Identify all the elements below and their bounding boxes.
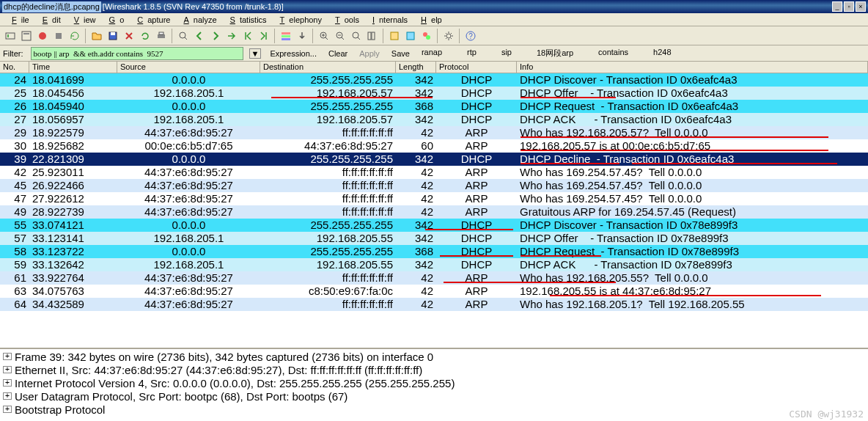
- capture-filters-button[interactable]: [387, 29, 402, 43]
- filter-plugin-sip[interactable]: sip: [499, 48, 515, 59]
- coloring-rules-button[interactable]: [419, 29, 434, 43]
- expand-icon[interactable]: +: [3, 392, 12, 400]
- column-headers: No. Time Source Destination Length Proto…: [0, 62, 868, 73]
- filter-plugin-rtp[interactable]: rtp: [464, 48, 479, 59]
- packet-row[interactable]: 5533.0741210.0.0.0255.255.255.255342DHCP…: [0, 219, 868, 232]
- find-button[interactable]: [176, 29, 191, 43]
- go-first-button[interactable]: [240, 29, 255, 43]
- detail-row[interactable]: +Internet Protocol Version 4, Src: 0.0.0…: [3, 377, 865, 390]
- save-button[interactable]: [106, 29, 120, 43]
- filter-label: Filter:: [3, 49, 23, 58]
- packet-row[interactable]: 3018.92568200:0e:c6:b5:d7:6544:37:e6:8d:…: [0, 139, 868, 153]
- packet-row[interactable]: 4928.92273944:37:e6:8d:95:27ff:ff:ff:ff:…: [0, 205, 868, 219]
- packet-row[interactable]: 6133.92276444:37:e6:8d:95:27ff:ff:ff:ff:…: [0, 271, 868, 285]
- toolbar-separator: [383, 29, 384, 43]
- auto-scroll-button[interactable]: [295, 29, 309, 43]
- help-button[interactable]: ?: [463, 29, 478, 43]
- print-button[interactable]: [154, 29, 169, 43]
- svg-point-22: [426, 35, 430, 40]
- detail-row[interactable]: +Bootstrap Protocol: [3, 403, 865, 417]
- detail-row[interactable]: +Frame 39: 342 bytes on wire (2736 bits)…: [3, 351, 865, 364]
- close-button[interactable]: ×: [856, 1, 866, 12]
- packet-row[interactable]: 5733.123141192.168.205.1192.168.205.5534…: [0, 232, 868, 245]
- preferences-button[interactable]: [441, 29, 456, 43]
- col-no[interactable]: No.: [0, 62, 29, 73]
- packet-row[interactable]: 5833.1237220.0.0.0255.255.255.255368DHCP…: [0, 245, 868, 258]
- reload-button[interactable]: [138, 29, 152, 43]
- filter-input[interactable]: [31, 47, 243, 60]
- packet-row[interactable]: 2418.0416990.0.0.0255.255.255.255342DHCP…: [0, 73, 868, 87]
- close-file-button[interactable]: [122, 29, 136, 43]
- expand-icon[interactable]: +: [3, 406, 12, 413]
- filter-plugin-contains[interactable]: contains: [595, 48, 631, 59]
- packet-row[interactable]: 4727.92261244:37:e6:8d:95:27ff:ff:ff:ff:…: [0, 192, 868, 205]
- go-back-button[interactable]: [192, 29, 207, 43]
- menu-internals[interactable]: Internals: [364, 14, 412, 26]
- save-filter-button[interactable]: Save: [389, 49, 413, 58]
- svg-rect-9: [159, 32, 163, 34]
- menu-telephony[interactable]: Telephony: [271, 14, 326, 26]
- packet-row[interactable]: 4225.92301144:37:e6:8d:95:27ff:ff:ff:ff:…: [0, 166, 868, 179]
- filter-plugin-h248[interactable]: h248: [650, 48, 674, 59]
- go-forward-button[interactable]: [208, 29, 223, 43]
- filter-plugin-18网段arp[interactable]: 18网段arp: [534, 48, 576, 59]
- options-button[interactable]: [19, 29, 34, 43]
- go-to-button[interactable]: [224, 29, 239, 43]
- menu-capture[interactable]: Capture: [128, 14, 174, 26]
- filter-dropdown[interactable]: ▼: [249, 48, 262, 59]
- col-protocol[interactable]: Protocol: [436, 62, 517, 73]
- menu-help[interactable]: Help: [412, 14, 446, 26]
- minimize-button[interactable]: _: [832, 1, 842, 12]
- detail-row[interactable]: +Ethernet II, Src: 44:37:e6:8d:95:27 (44…: [3, 364, 865, 377]
- packet-row[interactable]: 3922.8213090.0.0.0255.255.255.255342DHCP…: [0, 153, 868, 166]
- menu-statistics[interactable]: Statistics: [221, 14, 271, 26]
- open-button[interactable]: [89, 29, 104, 43]
- resize-columns-button[interactable]: [365, 29, 380, 43]
- svg-rect-11: [282, 32, 290, 34]
- menu-edit[interactable]: Edit: [34, 14, 65, 26]
- menu-file[interactable]: File: [3, 14, 34, 26]
- start-capture-button[interactable]: [35, 29, 50, 43]
- svg-rect-13: [282, 38, 290, 40]
- zoom-out-button[interactable]: [333, 29, 347, 43]
- svg-rect-3: [23, 33, 29, 34]
- display-filters-button[interactable]: [403, 29, 418, 43]
- menu-go[interactable]: Go: [100, 14, 129, 26]
- expand-icon[interactable]: +: [3, 379, 12, 387]
- menu-view[interactable]: View: [65, 14, 100, 26]
- menu-analyze[interactable]: Analyze: [174, 14, 221, 26]
- col-time[interactable]: Time: [29, 62, 117, 73]
- expression-button[interactable]: Expression...: [267, 49, 320, 58]
- packet-row[interactable]: 2718.056957192.168.205.1192.168.205.5734…: [0, 113, 868, 126]
- interfaces-button[interactable]: [3, 29, 18, 43]
- expand-icon[interactable]: +: [3, 353, 12, 360]
- filter-plugin-ranap[interactable]: ranap: [419, 48, 445, 59]
- restart-capture-button[interactable]: [67, 29, 82, 43]
- packet-row[interactable]: 2618.0459400.0.0.0255.255.255.255368DHCP…: [0, 100, 868, 113]
- packet-row[interactable]: 6334.07576344:37:e6:8d:95:27c8:50:e9:67:…: [0, 285, 868, 298]
- detail-row[interactable]: +User Datagram Protocol, Src Port: bootp…: [3, 390, 865, 403]
- maximize-button[interactable]: ▫: [844, 1, 854, 12]
- menu-tools[interactable]: Tools: [326, 14, 364, 26]
- packet-list: No. Time Source Destination Length Proto…: [0, 62, 868, 348]
- apply-button[interactable]: Apply: [356, 49, 383, 58]
- col-destination[interactable]: Destination: [260, 62, 396, 73]
- svg-rect-7: [111, 32, 115, 35]
- svg-rect-8: [158, 34, 165, 38]
- clear-button[interactable]: Clear: [326, 49, 350, 58]
- stop-capture-button[interactable]: [51, 29, 66, 43]
- go-last-button[interactable]: [257, 29, 271, 43]
- zoom-in-button[interactable]: [317, 29, 331, 43]
- packet-row[interactable]: 4526.92246644:37:e6:8d:95:27ff:ff:ff:ff:…: [0, 179, 868, 192]
- packet-row[interactable]: 2518.045456192.168.205.1192.168.205.5734…: [0, 87, 868, 100]
- packet-row[interactable]: 2918.92257944:37:e6:8d:95:27ff:ff:ff:ff:…: [0, 126, 868, 139]
- expand-icon[interactable]: +: [3, 366, 12, 373]
- col-source[interactable]: Source: [117, 62, 260, 73]
- svg-point-16: [353, 32, 358, 38]
- packet-row[interactable]: 6434.43258944:37:e6:8d:95:27ff:ff:ff:ff:…: [0, 298, 868, 311]
- col-length[interactable]: Length: [396, 62, 436, 73]
- zoom-100-button[interactable]: [349, 29, 364, 43]
- col-info[interactable]: Info: [517, 62, 868, 73]
- colorize-button[interactable]: [279, 29, 293, 43]
- packet-row[interactable]: 5933.132642192.168.205.1192.168.205.5534…: [0, 258, 868, 271]
